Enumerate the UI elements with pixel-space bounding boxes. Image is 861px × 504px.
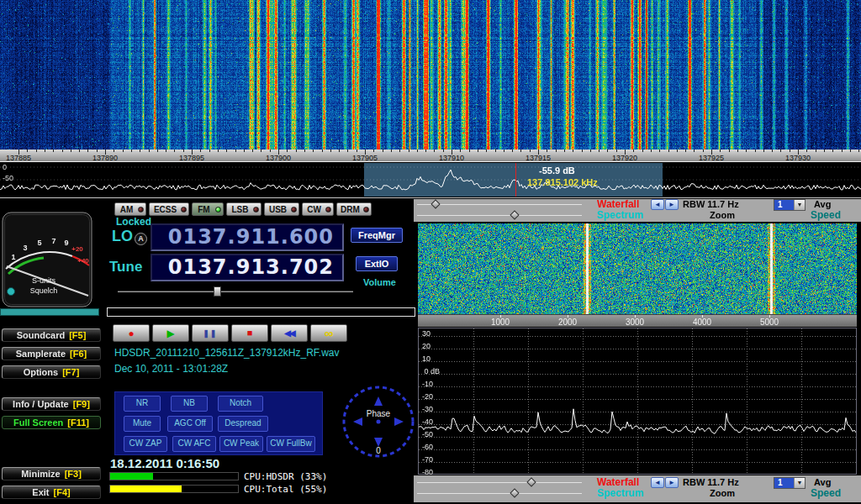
sub-waterfall-scale: 10002000300040005000 bbox=[418, 314, 857, 327]
ruler-tick bbox=[824, 150, 825, 152]
dsp-button-cw-peak[interactable]: CW Peak bbox=[219, 436, 263, 452]
play-button[interactable]: ▶ bbox=[152, 324, 189, 342]
ruler-tick bbox=[763, 150, 764, 152]
record-button[interactable]: ● bbox=[113, 324, 150, 342]
scale-label: 4000 bbox=[693, 318, 711, 327]
ruler-tick bbox=[226, 150, 227, 152]
af-scroll-left-button[interactable]: ◄ bbox=[651, 477, 664, 488]
dsp-button-cw-afc[interactable]: CW AFC bbox=[172, 436, 216, 452]
ruler-tick bbox=[677, 150, 678, 152]
scale-label: 3000 bbox=[626, 318, 644, 327]
dsp-button-notch[interactable]: Notch bbox=[218, 396, 263, 412]
lo-frequency-display[interactable]: 0137.911.600 bbox=[151, 223, 344, 251]
sidebar-button-info-update[interactable]: Info / Update[F9] bbox=[2, 397, 101, 411]
combo-arrow-icon[interactable]: ▼ bbox=[794, 478, 805, 488]
af-waterfall-amplitude-slider[interactable] bbox=[417, 477, 582, 488]
af-scroll-right-button[interactable]: ► bbox=[665, 477, 679, 488]
main-waterfall-display[interactable] bbox=[0, 0, 861, 150]
squelch-level-bar[interactable] bbox=[107, 307, 415, 317]
mode-button-am[interactable]: AM bbox=[114, 202, 146, 216]
dsp-button-cw-zap[interactable]: CW ZAP bbox=[124, 436, 167, 452]
rf-scroll-right-button[interactable]: ► bbox=[665, 199, 679, 210]
rf-zoom-slider[interactable] bbox=[417, 210, 582, 221]
ruler-tick bbox=[399, 150, 400, 152]
ruler-tick bbox=[218, 150, 219, 152]
hdsdr-app: 1378851378901378951379001379051379101379… bbox=[0, 0, 861, 504]
sidebar-button-options[interactable]: Options[F7] bbox=[2, 365, 101, 379]
extio-button[interactable]: ExtIO bbox=[356, 256, 398, 271]
dsp-button-cw-fullbw[interactable]: CW FullBw bbox=[267, 436, 315, 452]
cpu-total-fill bbox=[110, 486, 182, 492]
sub-spectrum-display[interactable] bbox=[419, 328, 856, 474]
db-scale-label: -30 bbox=[422, 405, 433, 413]
mode-button-drm[interactable]: DRM bbox=[336, 202, 372, 216]
combo-arrow-icon[interactable]: ▼ bbox=[794, 200, 805, 210]
af-zoom-slider[interactable] bbox=[417, 488, 582, 499]
af-avg-select[interactable]: 1 ▼ bbox=[774, 477, 806, 489]
main-spectrum-display[interactable] bbox=[0, 162, 861, 197]
rf-rbw-label: RBW 11.7 Hz bbox=[683, 199, 739, 210]
ruler-tick bbox=[668, 150, 669, 152]
af-spectrum-label: Spectrum bbox=[597, 488, 643, 499]
ruler-tick bbox=[79, 150, 80, 152]
dsp-button-mute[interactable]: Mute bbox=[124, 416, 161, 432]
sub-spectrum-area[interactable]: 302010 0 dB-10-20-30-40-50-60-70-80 bbox=[418, 328, 857, 475]
sidebar-button-fkey: [F7] bbox=[62, 367, 79, 377]
ruler-tick bbox=[737, 150, 738, 152]
tune-frequency-display[interactable]: 0137.913.702 bbox=[151, 254, 344, 281]
mode-led-icon bbox=[325, 207, 331, 213]
ruler-tick bbox=[417, 150, 418, 152]
dsp-button-despread[interactable]: Despread bbox=[218, 416, 268, 432]
sidebar-button-label: Soundcard bbox=[17, 330, 65, 340]
mode-button-ecss[interactable]: ECSS bbox=[149, 202, 189, 216]
mode-button-cw[interactable]: CW bbox=[302, 202, 334, 216]
dsp-button-agc-off[interactable]: AGC Off bbox=[167, 416, 213, 432]
dsp-button-nr[interactable]: NR bbox=[124, 396, 161, 412]
svg-text:0: 0 bbox=[376, 446, 381, 455]
ruler-tick bbox=[425, 150, 426, 152]
ruler-tick bbox=[520, 150, 521, 152]
mode-led-icon bbox=[181, 207, 187, 213]
af-zoom-slider-handle[interactable] bbox=[510, 488, 519, 497]
pause-button[interactable]: ❚❚ bbox=[192, 324, 229, 342]
phase-dial[interactable]: Phase 0 bbox=[340, 383, 417, 460]
mode-button-lsb[interactable]: LSB bbox=[226, 202, 261, 216]
sidebar-button-label: Samplerate bbox=[16, 349, 66, 359]
mode-button-fm[interactable]: FM bbox=[192, 202, 224, 216]
sidebar-button-exit[interactable]: Exit[F4] bbox=[2, 486, 101, 499]
display-control-strip-top: Waterfall ◄ ► RBW 11.7 Hz 1 ▼ Avg Spectr… bbox=[414, 199, 861, 222]
rf-waterfall-amplitude-slider[interactable] bbox=[417, 199, 582, 210]
ruler-tick bbox=[304, 150, 305, 152]
rf-avg-select[interactable]: 1 ▼ bbox=[774, 199, 806, 211]
cursor-db-readout: -55.9 dB bbox=[539, 165, 575, 176]
rf-waterfall-slider-handle[interactable] bbox=[430, 199, 440, 208]
mode-button-usb[interactable]: USB bbox=[264, 202, 299, 216]
freqmgr-button[interactable]: FreqMgr bbox=[351, 228, 403, 243]
af-waterfall-slider-handle[interactable] bbox=[526, 477, 536, 486]
sidebar-button-soundcard[interactable]: Soundcard[F5] bbox=[2, 328, 101, 342]
main-spectrum-area[interactable]: 0 -50 -55.9 dB 137.915.102 kHz bbox=[0, 162, 861, 198]
stop-button[interactable]: ■ bbox=[231, 324, 268, 342]
sub-waterfall-display[interactable] bbox=[418, 223, 857, 314]
volume-slider[interactable] bbox=[118, 291, 353, 292]
volume-slider-handle[interactable] bbox=[214, 286, 221, 297]
loop-icon: ∞ bbox=[325, 328, 334, 339]
ruler-tick bbox=[720, 150, 721, 152]
ruler-tick bbox=[564, 150, 565, 152]
sidebar-button-fkey: [F11] bbox=[67, 417, 89, 428]
ruler-tick bbox=[504, 150, 504, 152]
ruler-tick bbox=[45, 150, 45, 152]
db-scale-label: -10 bbox=[422, 380, 433, 388]
frequency-ruler[interactable]: 1378851378901378951379001379051379101379… bbox=[0, 150, 861, 162]
sidebar-button-samplerate[interactable]: Samplerate[F6] bbox=[2, 347, 101, 360]
dsp-button-nb[interactable]: NB bbox=[171, 396, 208, 412]
lo-lock-button[interactable]: A bbox=[135, 233, 147, 245]
pause-icon: ❚❚ bbox=[203, 329, 217, 338]
rf-scroll-left-button[interactable]: ◄ bbox=[651, 199, 664, 210]
rewind-button[interactable]: ◀◀ bbox=[271, 324, 308, 342]
sidebar-button-full-screen[interactable]: Full Screen[F11] bbox=[2, 416, 101, 429]
loop-button[interactable]: ∞ bbox=[310, 324, 347, 342]
sidebar-button-minimize[interactable]: Minimize[F3] bbox=[2, 467, 101, 480]
ruler-tick bbox=[547, 150, 547, 152]
rf-zoom-slider-handle[interactable] bbox=[510, 210, 519, 219]
